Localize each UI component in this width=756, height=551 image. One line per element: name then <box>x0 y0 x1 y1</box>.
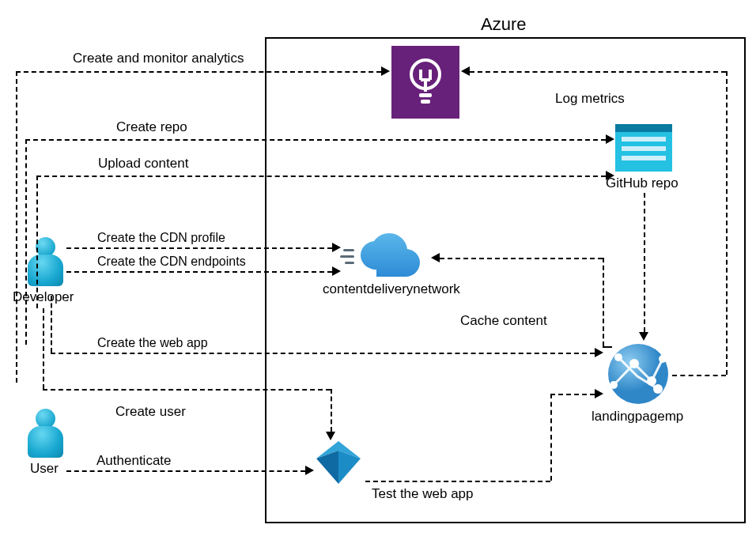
svg-point-7 <box>608 344 668 404</box>
architecture-diagram: Azure Developer User GitHub repo <box>0 0 756 551</box>
web-app-label: landingpagemp <box>592 409 683 425</box>
svg-point-13 <box>610 381 618 389</box>
azure-title: Azure <box>481 14 526 35</box>
azure-ad-icon <box>315 441 362 484</box>
flow-create-user: Create user <box>115 404 186 420</box>
github-repo-icon <box>615 124 672 172</box>
svg-rect-6 <box>421 100 430 104</box>
flow-create-web-app: Create the web app <box>97 336 208 350</box>
svg-point-9 <box>647 376 656 386</box>
flow-create-cdn-endpoints: Create the CDN endpoints <box>97 255 246 269</box>
cdn-icon <box>357 233 429 277</box>
svg-rect-5 <box>419 93 432 97</box>
cdn-label: contentdeliverynetwork <box>323 281 460 297</box>
flow-test-web-app: Test the web app <box>372 486 474 502</box>
svg-point-8 <box>629 359 639 368</box>
flow-upload-content: Upload content <box>98 156 188 172</box>
flow-create-repo: Create repo <box>116 119 187 135</box>
svg-point-11 <box>614 353 622 361</box>
svg-marker-16 <box>338 451 361 484</box>
developer-label: Developer <box>13 289 74 305</box>
flow-cache-content: Cache content <box>460 313 547 329</box>
flow-create-cdn-profile: Create the CDN profile <box>97 231 225 245</box>
svg-point-12 <box>653 384 663 394</box>
flow-authenticate: Authenticate <box>96 453 172 469</box>
github-repo-label: GitHub repo <box>606 175 679 191</box>
cloud-motion-lines-icon <box>340 249 357 266</box>
application-insights-icon <box>391 46 459 119</box>
web-app-icon <box>606 342 671 406</box>
user-icon <box>28 409 63 458</box>
svg-point-10 <box>659 355 667 363</box>
developer-icon <box>28 237 63 286</box>
flow-log-metrics: Log metrics <box>555 91 625 107</box>
flow-create-monitor: Create and monitor analytics <box>73 51 244 66</box>
user-label: User <box>30 461 59 477</box>
svg-marker-15 <box>316 451 338 484</box>
